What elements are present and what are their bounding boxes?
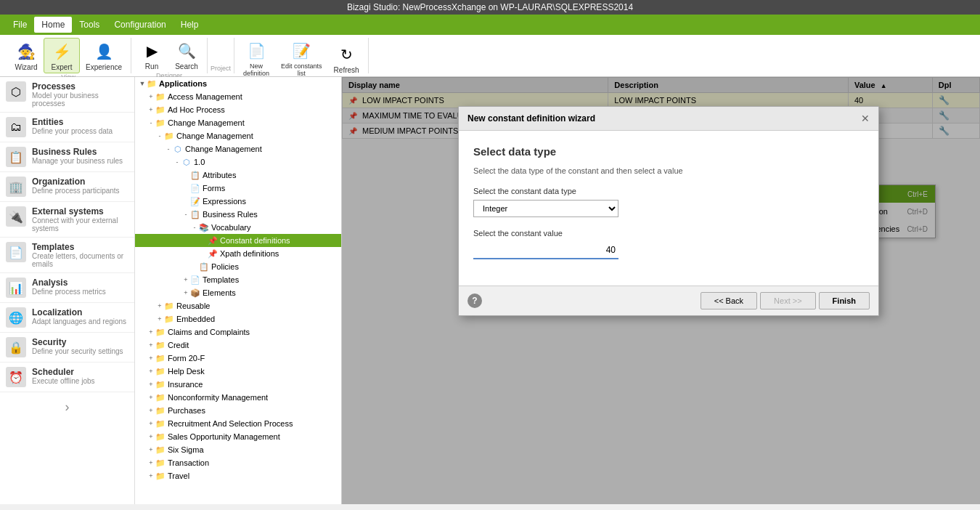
embedded-expand[interactable]: + <box>155 315 164 323</box>
tree-embedded[interactable]: + 📁 Embedded <box>135 312 341 325</box>
tree-xpath-definitions[interactable]: · 📌 Xpath definitions <box>135 247 341 260</box>
tree-constant-definitions[interactable]: · 📌 Constant definitions <box>135 234 341 247</box>
tree-travel[interactable]: + 📁 Travel <box>135 469 341 482</box>
bizrules-expand[interactable]: - <box>181 210 190 219</box>
new-definition-icon: 📄 <box>245 39 268 62</box>
tree-applications[interactable]: ▼ 📁 Applications <box>135 77 341 90</box>
nav-scheduler[interactable]: ⏰ Scheduler Execute offline jobs <box>0 363 134 392</box>
menu-configuration[interactable]: Configuration <box>107 17 173 33</box>
nav-templates[interactable]: 📄 Templates Create letters, documents or… <box>0 238 134 273</box>
next-button[interactable]: Next >> <box>760 292 816 309</box>
helpdesk-expand[interactable]: + <box>147 367 155 376</box>
expand-nav-icon[interactable]: › <box>65 400 70 415</box>
search-button[interactable]: 🔍 Search <box>169 38 204 72</box>
new-definition-button[interactable]: 📄 Newdefinition <box>237 38 275 78</box>
tree-elements[interactable]: + 📦 Elements <box>135 286 341 299</box>
insurance-expand[interactable]: + <box>147 380 155 389</box>
elements-expand[interactable]: + <box>181 288 190 297</box>
travel-icon: 📁 <box>155 471 166 481</box>
nav-analysis[interactable]: 📊 Analysis Define process metrics <box>0 273 134 303</box>
refresh-button[interactable]: ↻ Refresh <box>328 41 365 76</box>
run-icon: ▶ <box>140 39 163 62</box>
sixsigma-expand[interactable]: + <box>147 445 155 454</box>
expressions-icon: 📝 <box>190 196 200 206</box>
applications-icon: 📁 <box>147 78 157 89</box>
wizard-button[interactable]: 🧙 Wizard <box>9 39 44 73</box>
data-type-select[interactable]: Integer String Boolean Float DateTime <box>473 200 618 217</box>
access-expand[interactable]: + <box>147 92 155 101</box>
helpdesk-icon: 📁 <box>155 366 166 376</box>
tree-transaction[interactable]: + 📁 Transaction <box>135 456 341 469</box>
tree-1-0[interactable]: - ⬡ 1.0 <box>135 155 341 169</box>
templates-expand[interactable]: + <box>181 275 190 284</box>
changemgmt3-icon: ⬡ <box>173 144 183 154</box>
tree-templates-node[interactable]: + 📄 Templates <box>135 273 341 286</box>
form20f-icon: 📁 <box>155 353 166 363</box>
title-bar: Bizagi Studio: NewProcessXchange on WP-L… <box>0 0 980 15</box>
tree-change-mgmt-1[interactable]: - 📁 Change Management <box>135 116 341 129</box>
run-button[interactable]: ▶ Run <box>134 38 169 72</box>
edit-constants-button[interactable]: 📝 Edit constantslist <box>275 38 328 78</box>
vocab-expand[interactable]: - <box>190 223 199 232</box>
back-button[interactable]: << Back <box>701 292 757 309</box>
changemgmt1-expand[interactable]: - <box>147 118 155 127</box>
tree-nonconformity[interactable]: + 📁 Nonconformity Management <box>135 391 341 404</box>
changemgmt3-expand[interactable]: - <box>164 145 173 153</box>
tree-insurance[interactable]: + 📁 Insurance <box>135 378 341 391</box>
tree-forms[interactable]: · 📄 Forms <box>135 182 341 195</box>
constant-value-input[interactable] <box>473 242 618 259</box>
tree-reusable[interactable]: + 📁 Reusable <box>135 299 341 312</box>
menu-tools[interactable]: Tools <box>72 17 107 33</box>
nav-security[interactable]: 🔒 Security Define your security settings <box>0 333 134 363</box>
tree-purchases[interactable]: + 📁 Purchases <box>135 404 341 417</box>
analysis-icon: 📊 <box>6 278 26 298</box>
tree-attributes[interactable]: · 📋 Attributes <box>135 169 341 182</box>
experience-button[interactable]: 👤 Experience <box>80 39 128 73</box>
nav-entities[interactable]: 🗂 Entities Define your process data <box>0 113 134 142</box>
tree-policies[interactable]: · 📋 Policies <box>135 260 341 273</box>
tree-sales[interactable]: + 📁 Sales Opportunity Management <box>135 430 341 443</box>
applications-expand[interactable]: ▼ <box>138 79 147 88</box>
nav-localization[interactable]: 🌐 Localization Adapt languages and regio… <box>0 303 134 333</box>
nonconformity-expand[interactable]: + <box>147 393 155 402</box>
organization-icon: 🏢 <box>6 177 26 197</box>
tree-credit[interactable]: + 📁 Credit <box>135 339 341 352</box>
form20f-expand[interactable]: + <box>147 354 155 363</box>
credit-expand[interactable]: + <box>147 341 155 349</box>
tree-vocabulary[interactable]: - 📚 Vocabulary <box>135 221 341 234</box>
tree-claims[interactable]: + 📁 Claims and Complaints <box>135 325 341 339</box>
tree-change-mgmt-2[interactable]: - 📁 Change Management <box>135 129 341 142</box>
menu-help[interactable]: Help <box>173 17 206 33</box>
claims-expand[interactable]: + <box>147 328 155 336</box>
tree-recruitment[interactable]: + 📁 Recruitment And Selection Process <box>135 417 341 430</box>
tree-business-rules[interactable]: - 📋 Business Rules <box>135 208 341 221</box>
transaction-expand[interactable]: + <box>147 458 155 467</box>
travel-expand[interactable]: + <box>147 471 155 480</box>
tree-access-management[interactable]: + 📁 Access Management <box>135 90 341 103</box>
toolbar-view-section: 🧙 Wizard ⚡ Expert 👤 Experience View <box>6 38 131 73</box>
nav-organization[interactable]: 🏢 Organization Define process participan… <box>0 172 134 202</box>
toolbar-designer-section: ▶ Run 🔍 Search Designer <box>131 38 208 73</box>
nav-processes[interactable]: ⬡ Processes Model your business processe… <box>0 77 134 113</box>
finish-button[interactable]: Finish <box>819 292 870 309</box>
tree-change-mgmt-3[interactable]: - ⬡ Change Management <box>135 142 341 155</box>
sales-expand[interactable]: + <box>147 432 155 441</box>
tree-form20f[interactable]: + 📁 Form 20-F <box>135 352 341 365</box>
modal-close-button[interactable]: ✕ <box>861 113 870 124</box>
tree-adhoc[interactable]: + 📁 Ad Hoc Process <box>135 103 341 116</box>
entities-icon: 🗂 <box>6 117 26 137</box>
recruitment-expand[interactable]: + <box>147 419 155 428</box>
tree-expressions[interactable]: · 📝 Expressions <box>135 195 341 208</box>
reusable-expand[interactable]: + <box>155 301 164 310</box>
changemgmt2-expand[interactable]: - <box>155 131 164 140</box>
purchases-expand[interactable]: + <box>147 406 155 415</box>
tree-sixsigma[interactable]: + 📁 Six Sigma <box>135 443 341 456</box>
nav-external-systems[interactable]: 🔌 External systems Connect with your ext… <box>0 202 134 238</box>
menu-file[interactable]: File <box>6 17 34 33</box>
1-0-expand[interactable]: - <box>173 158 181 166</box>
nav-business-rules[interactable]: 📋 Business Rules Manage your business ru… <box>0 142 134 172</box>
adhoc-expand[interactable]: + <box>147 105 155 114</box>
menu-home[interactable]: Home <box>34 17 72 33</box>
expert-button[interactable]: ⚡ Expert <box>44 38 80 73</box>
tree-helpdesk[interactable]: + 📁 Help Desk <box>135 365 341 378</box>
